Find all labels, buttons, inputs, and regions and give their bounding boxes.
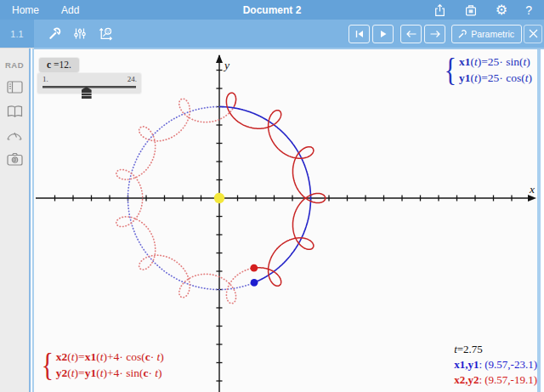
help-icon[interactable]: ? xyxy=(525,3,532,17)
top-navigation-bar: Home Add Document 2 ⚙ ? xyxy=(0,0,544,20)
equation-y1[interactable]: y1(t)=25· cos(t) xyxy=(459,70,532,86)
epicycle-curve-dotted[interactable] xyxy=(116,99,254,304)
close-entry-line-button[interactable] xyxy=(524,25,542,43)
graph-window-settings-icon[interactable] xyxy=(98,26,114,42)
play-button[interactable] xyxy=(372,25,394,43)
c-slider: 1. 24. c =12. xyxy=(36,56,146,102)
point1-coordinates: x1,y1: (9.57,-23.1) xyxy=(454,357,537,372)
equation-block-xy1[interactable]: { x1(t)=25· sin(t) y1(t)=25· cos(t) xyxy=(443,54,532,86)
documents-book-icon[interactable] xyxy=(7,105,23,118)
undo-left-arrow-button[interactable] xyxy=(400,25,422,43)
y-axis-label: y xyxy=(223,59,230,71)
wrench-icon xyxy=(457,29,468,39)
equation-x2[interactable]: x2(t)=x1(t)+4· cos(c· t) xyxy=(56,349,164,365)
slider-value-chip[interactable]: c =12. xyxy=(39,58,79,72)
curly-brace: { xyxy=(42,349,54,381)
close-icon xyxy=(529,29,538,38)
utilities-gauge-icon[interactable] xyxy=(6,129,23,141)
trace-readout: t=2.75 x1,y1: (9.57,-23.1) x2,y2: (9.57,… xyxy=(454,342,537,388)
equation-y2[interactable]: y2(t)=y1(t)+4· sin(c· t) xyxy=(56,365,164,381)
trace-point-xy2[interactable] xyxy=(250,264,258,272)
page-tab-1-1[interactable]: 1.1 xyxy=(0,20,34,48)
add-button[interactable]: Add xyxy=(61,4,79,16)
step-back-button[interactable] xyxy=(348,25,370,43)
angle-mode-indicator: RAD xyxy=(5,60,24,70)
center-point[interactable] xyxy=(214,193,224,203)
graph-work-area[interactable]: y x 1. 24. c =12. { x1(t)=25· sin(t) y1(… xyxy=(34,48,544,392)
slider-min-label: 1. xyxy=(42,75,48,83)
x-axis-label: x xyxy=(529,183,535,196)
slider-max-label: 24. xyxy=(128,75,137,83)
sliders-adjust-icon[interactable] xyxy=(73,26,87,41)
tools-wrench-icon[interactable] xyxy=(48,26,62,41)
trace-point-xy1[interactable] xyxy=(251,279,258,287)
t-value: t=2.75 xyxy=(454,342,537,357)
toolbox-icon[interactable] xyxy=(464,3,478,17)
equation-x1[interactable]: x1(t)=25· sin(t) xyxy=(459,54,532,70)
point2-coordinates: x2,y2: (9.57,-19.1) xyxy=(454,372,537,388)
home-button[interactable]: Home xyxy=(12,4,39,16)
circle-curve-solid[interactable] xyxy=(219,107,311,283)
graph-type-label: Parametric xyxy=(471,29,514,39)
document-toolbar: 1.1 xyxy=(0,20,544,48)
curly-brace: { xyxy=(445,54,456,86)
share-icon[interactable] xyxy=(434,3,446,17)
slider-track[interactable] xyxy=(42,86,136,88)
graph-type-dropdown[interactable]: Parametric xyxy=(451,25,522,43)
settings-gear-icon[interactable]: ⚙ xyxy=(496,3,507,17)
camera-icon[interactable] xyxy=(7,152,23,166)
redo-right-arrow-button[interactable] xyxy=(424,25,445,43)
equation-block-xy2[interactable]: { x2(t)=x1(t)+4· cos(c· t) y2(t)=y1(t)+4… xyxy=(40,349,164,381)
page-sorter-icon[interactable] xyxy=(7,81,23,94)
left-sidebar: RAD xyxy=(0,48,34,392)
